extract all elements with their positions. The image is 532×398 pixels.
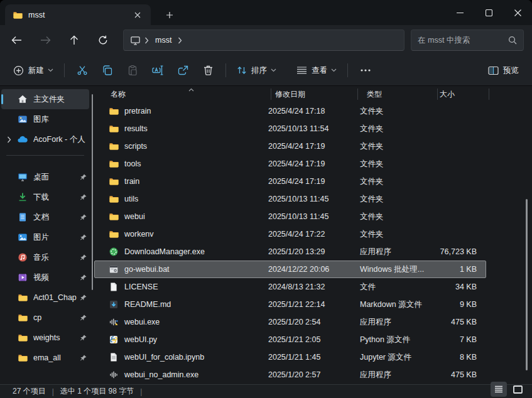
- sidebar-item-4[interactable]: 桌面: [1, 167, 89, 187]
- toolbar-divider: [64, 63, 65, 77]
- details-view-button[interactable]: [491, 382, 507, 397]
- maximize-button[interactable]: [474, 0, 503, 25]
- preview-pane-icon: [488, 66, 499, 75]
- new-tab-button[interactable]: [161, 8, 178, 23]
- file-row[interactable]: train2025/4/24 17:19文件夹: [94, 173, 486, 190]
- file-row[interactable]: tools2025/4/24 17:19文件夹: [94, 155, 486, 173]
- file-type: Windows 批处理...: [360, 264, 430, 275]
- back-button[interactable]: [4, 29, 29, 51]
- column-header-type[interactable]: 类型: [367, 89, 382, 100]
- this-pc-icon[interactable]: [130, 35, 141, 46]
- file-type: 文件夹: [360, 229, 430, 240]
- file-row[interactable]: webui_no_admin.exe2025/1/20 2:57应用程序475 …: [94, 366, 486, 384]
- file-name-cell: pretrain: [95, 106, 268, 116]
- sidebar-item-1[interactable]: 图库: [1, 109, 89, 129]
- sidebar-item-11[interactable]: cp: [1, 308, 89, 328]
- sidebar-item-6[interactable]: 文档: [1, 207, 89, 227]
- file-row[interactable]: workenv2025/4/24 17:22文件夹: [94, 225, 486, 243]
- sidebar-item-13[interactable]: ema_all: [1, 348, 89, 368]
- column-divider[interactable]: [489, 89, 489, 100]
- copy-button[interactable]: [95, 60, 120, 81]
- file-row[interactable]: README.md2025/1/21 22:14Markdown 源文件9 KB: [94, 296, 486, 313]
- expand-chevron-icon[interactable]: [1, 136, 16, 143]
- forward-button[interactable]: [33, 29, 58, 51]
- chevron-down-icon: [331, 68, 337, 72]
- breadcrumb-item[interactable]: msst: [155, 36, 171, 45]
- minimize-button[interactable]: [445, 0, 474, 25]
- delete-button[interactable]: [195, 60, 220, 81]
- file-row[interactable]: go-webui.bat2024/12/22 20:06Windows 批处理.…: [94, 261, 486, 278]
- column-divider[interactable]: [437, 89, 438, 100]
- sidebar-item-2[interactable]: AcoFork - 个人: [1, 129, 89, 149]
- file-date: 2025/10/13 11:45: [268, 212, 360, 221]
- more-options-button[interactable]: [353, 60, 378, 81]
- documents-icon: [16, 212, 29, 222]
- breadcrumb-chevron-icon[interactable]: [178, 37, 182, 44]
- view-list-icon: [296, 66, 307, 75]
- address-bar[interactable]: msst: [123, 30, 404, 51]
- file-size: 8 KB: [430, 353, 477, 362]
- sidebar-item-8[interactable]: 音乐: [1, 247, 89, 267]
- sidebar-item-10[interactable]: Act01_Chap: [1, 288, 89, 308]
- sidebar-item-12[interactable]: weights: [1, 328, 89, 348]
- folder-icon: [109, 106, 119, 116]
- column-header-date[interactable]: 修改日期: [275, 89, 305, 100]
- file-row[interactable]: webUI.py2025/1/21 2:05Python 源文件7 KB: [94, 331, 486, 348]
- file-row[interactable]: webui2025/10/13 11:45文件夹: [94, 208, 486, 225]
- file-name: train: [124, 177, 139, 186]
- search-icon[interactable]: [508, 36, 517, 45]
- close-button[interactable]: [503, 0, 532, 25]
- file-row[interactable]: webui.exe2025/1/20 2:54应用程序475 KB: [94, 313, 486, 331]
- view-button[interactable]: 查看: [291, 60, 342, 81]
- file-row[interactable]: LICENSE2024/8/13 21:32文件34 KB: [94, 278, 486, 296]
- tab-close-icon[interactable]: [129, 8, 146, 23]
- file-type: 应用程序: [360, 317, 430, 328]
- file-name-cell: train: [95, 176, 268, 186]
- sidebar-item-7[interactable]: 图片: [1, 227, 89, 247]
- file-row[interactable]: utils2025/10/13 11:45文件夹: [94, 190, 486, 208]
- rename-button[interactable]: [145, 60, 170, 81]
- folder-icon: [109, 229, 119, 239]
- column-divider[interactable]: [271, 89, 271, 100]
- desktop-icon: [16, 172, 29, 182]
- cut-button[interactable]: [70, 60, 95, 81]
- chevron-down-icon: [271, 68, 276, 72]
- sidebar-item-0[interactable]: 主文件夹: [1, 89, 89, 109]
- file-date: 2025/1/21 2:05: [268, 335, 360, 344]
- file-name-cell: webUI_for_colab.ipynb: [95, 352, 268, 362]
- file-type: 应用程序: [360, 247, 430, 257]
- sidebar-item-9[interactable]: 视频: [1, 267, 89, 288]
- status-bar: 27 个项目 | 选中 1 个项目 98 字节 |: [0, 384, 532, 398]
- column-divider[interactable]: [357, 89, 358, 100]
- paste-button[interactable]: [120, 60, 145, 81]
- new-button[interactable]: 新建: [8, 60, 59, 81]
- file-row[interactable]: scripts2025/4/24 17:19文件夹: [94, 137, 486, 155]
- videos-icon: [16, 272, 29, 282]
- sort-button[interactable]: 排序: [231, 60, 282, 81]
- column-header-name[interactable]: 名称: [111, 89, 126, 100]
- sidebar-item-5[interactable]: 下载: [1, 187, 89, 207]
- pin-icon: [77, 274, 89, 282]
- file-size: 9 KB: [430, 300, 477, 309]
- large-icons-view-button[interactable]: [509, 382, 526, 397]
- status-divider: |: [140, 387, 142, 396]
- explorer-tab[interactable]: msst: [5, 4, 151, 25]
- file-row[interactable]: pretrain2025/4/24 17:18文件夹: [94, 102, 486, 120]
- file-name-cell: README.md: [95, 299, 268, 309]
- file-list-pane: 名称 修改日期 类型 大小 pretrain2025/4/24 17:18文件夹…: [93, 86, 532, 384]
- refresh-button[interactable]: [90, 29, 116, 51]
- file-list-scrollbar[interactable]: [526, 199, 528, 370]
- up-button[interactable]: [62, 29, 87, 51]
- file-row[interactable]: webUI_for_colab.ipynb2025/1/21 1:45Jupyt…: [94, 348, 486, 366]
- file-name: tools: [124, 159, 141, 168]
- file-type: 文件夹: [360, 176, 430, 187]
- folder-icon: [16, 333, 29, 343]
- file-size: 1 KB: [430, 265, 477, 274]
- column-header-size[interactable]: 大小: [440, 89, 455, 100]
- titlebar[interactable]: msst: [0, 0, 532, 25]
- file-row[interactable]: DownloadManager.exe2025/1/20 13:29应用程序76…: [94, 243, 486, 261]
- share-button[interactable]: [170, 60, 195, 81]
- search-input[interactable]: 在 msst 中搜索: [411, 30, 524, 51]
- preview-button[interactable]: 预览: [482, 60, 524, 81]
- file-row[interactable]: results2025/10/13 11:54文件夹: [94, 120, 486, 137]
